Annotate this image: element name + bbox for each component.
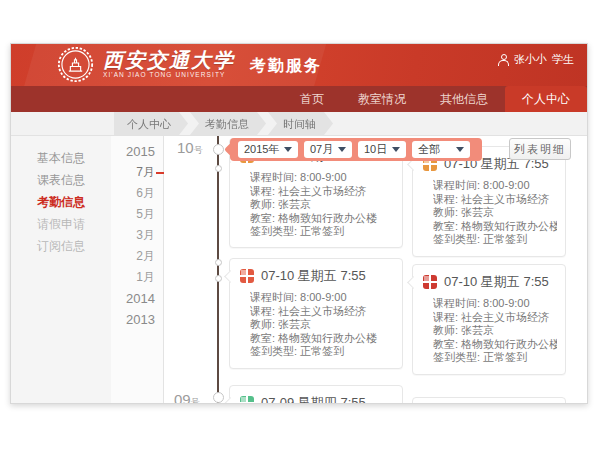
card-title: 07-10 星期五 7:55 [261,267,366,285]
brand: 西安交通大学 XI'AN JIAO TONG UNIVERSITY 考勤服务 [57,46,322,83]
timeline-axis [217,136,219,403]
chevron-down-icon [456,147,464,152]
card-field: 教师:张芸京 [433,324,557,338]
person-icon [498,54,509,65]
nav-item-other-info[interactable]: 其他信息 [423,86,505,112]
timeline-dot [215,165,222,172]
chevron-down-icon [284,147,292,152]
card-header: 07-09 星期四 7:55 [230,386,402,404]
nav-item-home[interactable]: 首页 [283,86,341,112]
card-field: 课程时间:8:00-9:00 [250,291,394,305]
card-field: 课程:社会主义市场经济 [433,193,557,207]
attendance-card-partial [412,397,566,404]
timeline-period-march[interactable]: 3月 [111,225,163,246]
user-info[interactable]: 张小小 学生 [498,52,574,67]
day-label-10: 10号 [177,139,203,157]
seal-icon [423,275,437,289]
card-field: 签到类型:正常签到 [433,233,557,247]
card-field: 教室:格物致知行政办公楼 [250,332,394,346]
card-header: 07-10 星期五 7:55 [230,259,402,289]
university-name-en: XI'AN JIAO TONG UNIVERSITY [103,72,235,79]
sidebar-item-schedule-info[interactable]: 课表信息 [11,169,111,191]
card-field: 课程:社会主义市场经济 [250,305,394,319]
card-field: 课程时间:8:00-9:00 [433,179,557,193]
card-field: 课程时间:8:00-9:00 [250,171,394,185]
card-fields: 课程时间:8:00-9:00课程:社会主义市场经济教师:张芸京教室:格物致知行政… [230,291,402,368]
timeline-dot [215,259,222,266]
nav-item-personal-center[interactable]: 个人中心 [505,86,587,112]
year-select-value: 2015年 [244,142,279,157]
timeline-period-may[interactable]: 5月 [111,204,163,225]
card-fields: 课程时间:8:00-9:00课程:社会主义市场经济教师:张芸京教室:格物致知行政… [230,171,402,248]
day-number: 09 [174,391,191,404]
card-field: 教师:张芸京 [433,206,557,220]
card-field: 教师:张芸京 [250,198,394,212]
timeline-period-february[interactable]: 2月 [111,246,163,267]
main-nav: 首页 教室情况 其他信息 个人中心 [11,86,587,112]
card-field: 课程:社会主义市场经济 [250,185,394,199]
date-filter-bar: 2015年 07月 10日 全部 [230,138,482,161]
attendance-card: 07-10 星期五 7:55 课程时间:8:00-9:00课程:社会主义市场经济… [412,264,566,375]
card-fields: 课程时间:8:00-9:00课程:社会主义市场经济教师:张芸京教室:格物致知行政… [413,297,565,374]
breadcrumb: 个人中心 考勤信息 时间轴 [11,112,587,136]
sidebar: 基本信息 课表信息 考勤信息 请假申请 订阅信息 [11,136,111,403]
card-title: 07-10 星期五 7:55 [444,273,549,291]
app-title: 考勤服务 [250,56,322,77]
seal-icon [240,396,254,404]
sidebar-item-subscription-info[interactable]: 订阅信息 [11,235,111,257]
month-select[interactable]: 07月 [304,141,352,158]
attendance-app-window: 西安交通大学 XI'AN JIAO TONG UNIVERSITY 考勤服务 张… [10,43,588,404]
card-field: 签到类型:正常签到 [250,345,394,359]
current-period-marker [156,172,164,174]
nav-item-classrooms[interactable]: 教室情况 [341,86,423,112]
month-select-value: 07月 [310,142,333,157]
chevron-down-icon [338,147,346,152]
chevron-down-icon [392,147,400,152]
type-select[interactable]: 全部 [412,141,470,158]
list-detail-button[interactable]: 列表明细 [509,138,571,160]
card-field: 课程时间:8:00-9:00 [433,297,557,311]
sidebar-item-basic-info[interactable]: 基本信息 [11,147,111,169]
university-name-cn: 西安交通大学 [103,50,235,70]
timeline-period-june[interactable]: 6月 [111,183,163,204]
user-name: 张小小 [514,52,547,67]
attendance-card: 07-10 星期五 7:55 课程时间:8:00-9:00课程:社会主义市场经济… [229,258,403,369]
card-field: 教室:格物致知行政办公楼 [250,212,394,226]
timeline-period-2015[interactable]: 2015 [111,141,163,162]
seal-icon [240,269,254,283]
breadcrumb-item-attendance-info[interactable]: 考勤信息 [190,112,266,135]
attendance-card: 07-10 星期五 7:55 课程时间:8:00-9:00课程:社会主义市场经济… [412,146,566,257]
year-select[interactable]: 2015年 [238,141,298,158]
timeline-dot [213,144,224,155]
day-number: 10 [177,139,194,156]
attendance-card: 07-09 星期四 7:55 课程时间:8:00-9:00课程:社会主义市场经济… [229,385,403,404]
card-title: 07-09 星期四 7:55 [261,394,366,404]
card-field: 签到类型:正常签到 [433,351,557,365]
card-field: 教师:张芸京 [250,318,394,332]
timeline-period-january[interactable]: 1月 [111,267,163,288]
day-unit: 号 [191,397,200,404]
card-field: 课程:社会主义市场经济 [433,311,557,325]
university-name: 西安交通大学 XI'AN JIAO TONG UNIVERSITY [103,50,235,79]
card-fields: 课程时间:8:00-9:00课程:社会主义市场经济教师:张芸京教室:格物致知行政… [413,179,565,256]
type-select-value: 全部 [418,142,440,157]
timeline-dot [215,275,222,282]
day-unit: 号 [194,145,203,155]
timeline-period-2013[interactable]: 2013 [111,309,163,330]
user-role: 学生 [552,52,574,67]
university-logo-icon [57,46,94,83]
breadcrumb-item-timeline[interactable]: 时间轴 [268,112,333,135]
day-label-09: 09号 [174,391,200,404]
timeline-period-2014[interactable]: 2014 [111,288,163,309]
app-header: 西安交通大学 XI'AN JIAO TONG UNIVERSITY 考勤服务 张… [11,44,587,86]
day-select-value: 10日 [364,142,387,157]
timeline-period-list: 2015 7月 6月 5月 3月 2月 1月 2014 2013 [111,136,164,403]
card-field: 教室:格物致知行政办公楼 [433,220,557,234]
sidebar-item-attendance-info[interactable]: 考勤信息 [11,191,111,213]
card-field: 教室:格物致知行政办公楼 [433,338,557,352]
card-field: 签到类型:正常签到 [250,225,394,239]
day-select[interactable]: 10日 [358,141,406,158]
card-header: 07-10 星期五 7:55 [413,265,565,295]
sidebar-item-leave-request[interactable]: 请假申请 [11,213,111,235]
breadcrumb-item-personal-center[interactable]: 个人中心 [114,112,188,135]
